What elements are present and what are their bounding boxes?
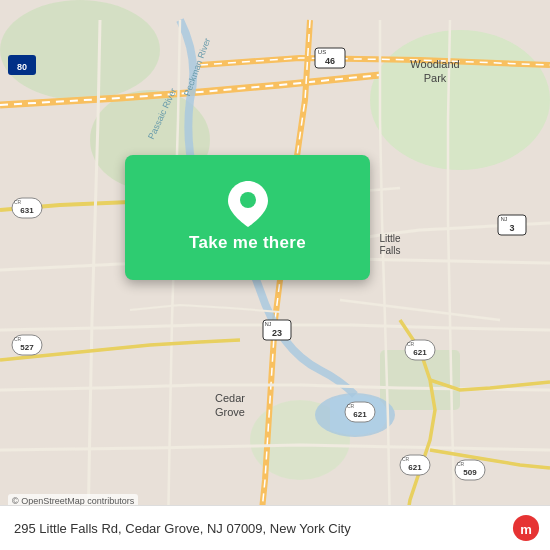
svg-text:CR: CR <box>347 403 355 409</box>
svg-text:509: 509 <box>463 468 477 477</box>
svg-point-44 <box>240 192 256 208</box>
svg-text:Park: Park <box>424 72 447 84</box>
svg-text:NJ: NJ <box>501 216 508 222</box>
svg-text:NJ: NJ <box>265 321 272 327</box>
svg-text:527: 527 <box>20 343 34 352</box>
svg-text:Grove: Grove <box>215 406 245 418</box>
map-container: 80 US 46 NJ 23 CR 631 CR 527 CR 621 CR 6… <box>0 0 550 550</box>
svg-text:Little: Little <box>379 233 401 244</box>
svg-text:CR: CR <box>402 456 410 462</box>
svg-text:3: 3 <box>509 223 514 233</box>
svg-text:621: 621 <box>353 410 367 419</box>
svg-text:Cedar: Cedar <box>215 392 245 404</box>
svg-text:Woodland: Woodland <box>410 58 459 70</box>
svg-text:CR: CR <box>407 341 415 347</box>
svg-text:Falls: Falls <box>379 245 400 256</box>
svg-text:46: 46 <box>325 56 335 66</box>
svg-text:m: m <box>520 522 532 537</box>
svg-text:80: 80 <box>17 62 27 72</box>
moovit-logo: m <box>512 514 540 542</box>
location-pin-icon <box>227 183 269 225</box>
svg-text:621: 621 <box>408 463 422 472</box>
svg-text:631: 631 <box>20 206 34 215</box>
svg-text:CR: CR <box>457 461 465 467</box>
bottom-bar: 295 Little Falls Rd, Cedar Grove, NJ 070… <box>0 505 550 550</box>
svg-text:US: US <box>318 49 326 55</box>
svg-text:621: 621 <box>413 348 427 357</box>
moovit-icon: m <box>512 514 540 542</box>
svg-point-2 <box>0 0 160 100</box>
take-me-there-button[interactable]: Take me there <box>189 233 306 253</box>
svg-text:23: 23 <box>272 328 282 338</box>
navigation-banner: Take me there <box>125 155 370 280</box>
svg-text:CR: CR <box>14 336 22 342</box>
address-text: 295 Little Falls Rd, Cedar Grove, NJ 070… <box>14 521 512 536</box>
svg-text:CR: CR <box>14 199 22 205</box>
svg-point-1 <box>370 30 550 170</box>
